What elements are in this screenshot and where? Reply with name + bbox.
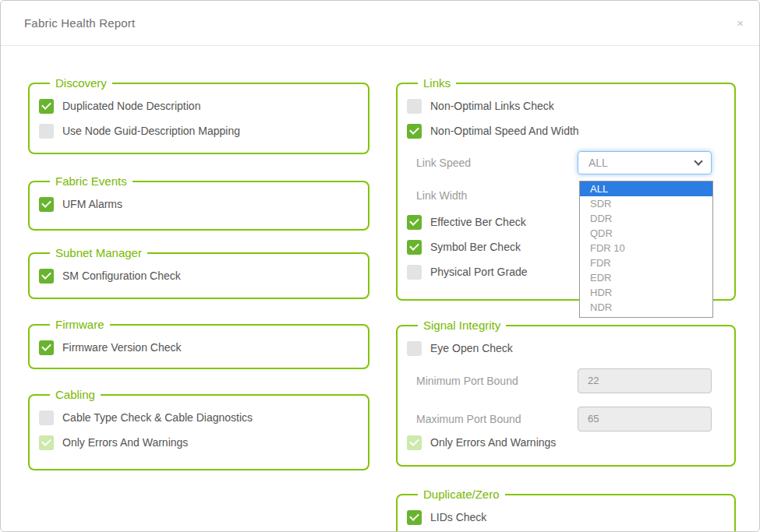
- checkbox-symbol-ber-check[interactable]: [407, 240, 422, 255]
- section-cabling: Cabling Cable Type Check & Cable Diagnos…: [28, 389, 369, 470]
- section-subnet-manager: Subnet Manager SM Configuration Check: [28, 247, 369, 299]
- section-firmware-legend: Firmware: [50, 319, 110, 332]
- checkbox-effective-ber-check[interactable]: [407, 215, 422, 230]
- section-fabric-events: Fabric Events UFM Alarms: [28, 175, 369, 231]
- section-signal-integrity-legend: Signal Integrity: [418, 319, 506, 333]
- link-speed-select[interactable]: ALL: [578, 151, 712, 174]
- close-icon[interactable]: ×: [737, 17, 744, 29]
- checkbox-label: Use Node Guid-Description Mapping: [62, 125, 240, 137]
- fabric-health-report-dialog: Fabric Health Report × Discovery Duplica…: [0, 0, 760, 532]
- checkbox-cabling-only-errors-and-warnings: [39, 435, 54, 450]
- checkbox-label: Duplicated Node Description: [62, 100, 200, 112]
- dropdown-option-fdr10[interactable]: FDR 10: [580, 241, 712, 255]
- section-duplicate-zero: Duplicate/Zero LIDs Check: [396, 488, 736, 532]
- checkbox-ufm-alarms[interactable]: [39, 197, 54, 212]
- link-speed-select-wrap: ALL ALL SDR DDR QDR FDR 10 FDR EDR HDR: [578, 151, 712, 174]
- checkbox-sm-configuration-check[interactable]: [39, 269, 54, 284]
- checkbox-lids-check[interactable]: [407, 510, 422, 525]
- dialog-body: Discovery Duplicated Node Description Us…: [1, 46, 759, 531]
- checkbox-row: Eye Open Check: [407, 341, 725, 356]
- dropdown-option-hdr[interactable]: HDR: [580, 285, 712, 300]
- checkbox-label: Firmware Version Check: [62, 341, 182, 354]
- dropdown-option-sdr[interactable]: SDR: [580, 196, 712, 211]
- minimum-port-bound-input: [578, 368, 712, 393]
- checkbox-label: Only Errors And Warnings: [62, 436, 188, 449]
- checkbox-non-optimal-speed-and-width[interactable]: [407, 124, 422, 139]
- checkbox-label: Symbol Ber Check: [430, 241, 521, 253]
- checkbox-row: SM Configuration Check: [39, 269, 359, 284]
- checkbox-cable-type-check[interactable]: [39, 410, 54, 425]
- section-discovery: Discovery Duplicated Node Description Us…: [28, 77, 369, 154]
- maximum-port-bound-input: [578, 407, 712, 432]
- checkbox-label: Non-Optimal Speed And Width: [430, 125, 579, 137]
- checkbox-row: UFM Alarms: [39, 197, 359, 212]
- checkbox-duplicated-node-description[interactable]: [39, 99, 54, 114]
- checkbox-label: Non-Optimal Links Check: [430, 100, 554, 112]
- maximum-port-bound-label: Maximum Port Bound: [416, 413, 578, 425]
- checkbox-row: Cable Type Check & Cable Diagnostics: [39, 410, 359, 425]
- checkbox-label: SM Configuration Check: [62, 270, 181, 282]
- section-discovery-legend: Discovery: [50, 77, 112, 90]
- checkbox-label: Physical Port Grade: [430, 266, 528, 278]
- link-width-label: Link Width: [416, 189, 578, 202]
- dropdown-option-edr[interactable]: EDR: [580, 270, 712, 285]
- checkbox-signal-only-errors-and-warnings: [407, 435, 422, 450]
- section-cabling-legend: Cabling: [50, 389, 101, 402]
- checkbox-label: Effective Ber Check: [430, 216, 526, 228]
- section-links-legend: Links: [418, 77, 456, 90]
- link-speed-label: Link Speed: [416, 157, 578, 169]
- section-signal-integrity: Signal Integrity Eye Open Check Minimum …: [396, 319, 736, 467]
- section-links: Links Non-Optimal Links Check Non-Optima…: [396, 77, 736, 301]
- checkbox-label: Eye Open Check: [430, 342, 513, 354]
- chevron-down-icon: [694, 157, 702, 165]
- checkbox-physical-port-grade[interactable]: [407, 265, 422, 280]
- checkbox-row: Non-Optimal Links Check: [407, 99, 725, 114]
- checkbox-label: Only Errors And Warnings: [430, 436, 556, 449]
- right-column: Links Non-Optimal Links Check Non-Optima…: [396, 77, 736, 531]
- dropdown-option-ddr[interactable]: DDR: [580, 211, 712, 226]
- checkbox-row: Non-Optimal Speed And Width: [407, 124, 725, 139]
- checkbox-row: Only Errors And Warnings: [407, 435, 725, 450]
- checkbox-row: Duplicated Node Description: [39, 99, 359, 114]
- checkbox-label: UFM Alarms: [62, 198, 122, 210]
- checkbox-non-optimal-links-check[interactable]: [407, 99, 422, 114]
- section-subnet-manager-legend: Subnet Manager: [50, 247, 147, 260]
- dropdown-option-qdr[interactable]: QDR: [580, 226, 712, 241]
- section-firmware: Firmware Firmware Version Check: [28, 319, 369, 369]
- link-speed-row: Link Speed ALL ALL SDR DDR QDR FDR 10: [416, 151, 725, 174]
- section-duplicate-zero-legend: Duplicate/Zero: [418, 488, 505, 502]
- dropdown-option-ndr[interactable]: NDR: [580, 300, 712, 315]
- dialog-title: Fabric Health Report: [24, 16, 135, 30]
- checkbox-row: LIDs Check: [407, 510, 725, 525]
- link-speed-dropdown-list: ALL SDR DDR QDR FDR 10 FDR EDR HDR NDR: [579, 181, 713, 318]
- checkbox-row: Firmware Version Check: [39, 340, 359, 355]
- checkbox-label: LIDs Check: [430, 511, 486, 523]
- dialog-header: Fabric Health Report ×: [1, 1, 759, 46]
- checkbox-row: Only Errors And Warnings: [39, 435, 359, 450]
- link-speed-selected-value: ALL: [589, 157, 608, 169]
- left-column: Discovery Duplicated Node Description Us…: [28, 77, 369, 531]
- checkbox-use-node-guid-description-mapping[interactable]: [39, 124, 54, 139]
- dropdown-option-fdr[interactable]: FDR: [580, 255, 712, 270]
- dropdown-option-all[interactable]: ALL: [580, 181, 712, 196]
- checkbox-row: Use Node Guid-Description Mapping: [39, 124, 359, 139]
- maximum-port-bound-row: Maximum Port Bound: [416, 407, 725, 432]
- checkbox-eye-open-check[interactable]: [407, 341, 422, 356]
- minimum-port-bound-row: Minimum Port Bound: [416, 368, 725, 393]
- checkbox-label: Cable Type Check & Cable Diagnostics: [62, 411, 253, 424]
- section-fabric-events-legend: Fabric Events: [50, 175, 133, 188]
- minimum-port-bound-label: Minimum Port Bound: [416, 375, 578, 387]
- checkbox-firmware-version-check[interactable]: [39, 340, 54, 355]
